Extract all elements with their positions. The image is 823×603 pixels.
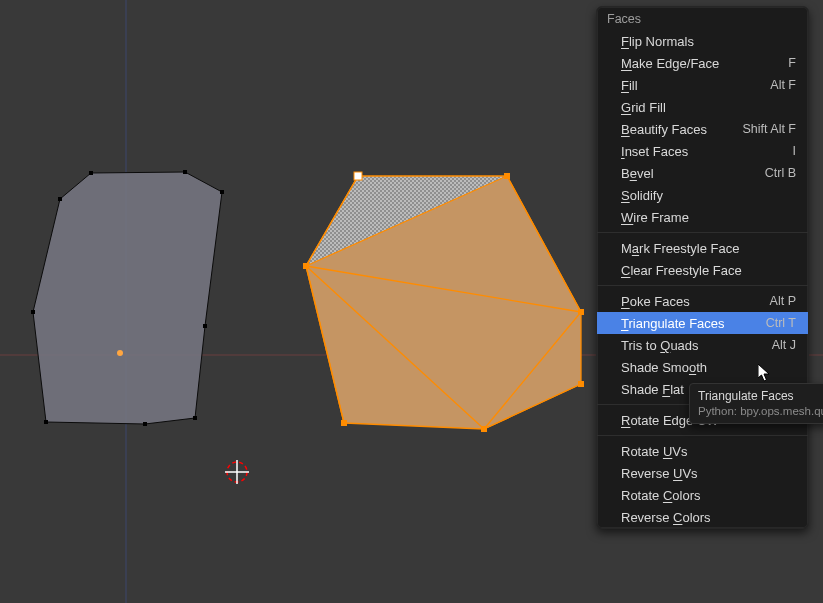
menu-item-shortcut: Alt P [760, 294, 796, 308]
menu-item-solidify[interactable]: Solidify [597, 184, 808, 206]
vertex-selected[interactable] [578, 309, 584, 315]
menu-item-rotate-colors[interactable]: Rotate Colors [597, 484, 808, 506]
menu-item-reverse-uvs[interactable]: Reverse UVs [597, 462, 808, 484]
vertex-unselected[interactable] [44, 420, 48, 424]
vertex-unselected[interactable] [58, 197, 62, 201]
vertex-selected[interactable] [303, 263, 309, 269]
vertex-unselected[interactable] [143, 422, 147, 426]
faces-context-menu[interactable]: Faces Flip NormalsMake Edge/FaceFFillAlt… [596, 6, 809, 529]
tooltip-python: Python: bpy.ops.mesh.quads_convert_to_tr… [698, 405, 820, 417]
menu-item-label: Triangulate Faces [621, 316, 756, 331]
menu-item-label: Inset Faces [621, 144, 783, 159]
menu-item-label: Bevel [621, 166, 755, 181]
menu-item-label: Grid Fill [621, 100, 786, 115]
menu-item-label: Reverse UVs [621, 466, 786, 481]
menu-separator [597, 435, 808, 436]
menu-title: Faces [597, 7, 808, 30]
menu-item-reverse-colors[interactable]: Reverse Colors [597, 506, 808, 528]
vertex-unselected[interactable] [31, 310, 35, 314]
menu-item-shortcut: Alt J [762, 338, 796, 352]
menu-item-label: Mark Freestyle Face [621, 241, 786, 256]
menu-item-shortcut: Shift Alt F [733, 122, 797, 136]
menu-item-clear-freestyle-face[interactable]: Clear Freestyle Face [597, 259, 808, 281]
menu-item-shade-smooth[interactable]: Shade Smooth [597, 356, 808, 378]
object-origin-left [117, 350, 123, 356]
menu-item-label: Flip Normals [621, 34, 786, 49]
cursor-3d [225, 460, 249, 484]
menu-separator [597, 285, 808, 286]
menu-item-poke-faces[interactable]: Poke FacesAlt P [597, 290, 808, 312]
menu-item-triangulate-faces[interactable]: Triangulate FacesCtrl T [597, 312, 808, 334]
menu-item-label: Beautify Faces [621, 122, 733, 137]
vertex-selected[interactable] [481, 426, 487, 432]
menu-item-label: Clear Freestyle Face [621, 263, 786, 278]
tooltip-title: Triangulate Faces [698, 389, 820, 403]
menu-item-label: Fill [621, 78, 760, 93]
vertex-selected[interactable] [504, 173, 510, 179]
menu-item-bevel[interactable]: BevelCtrl B [597, 162, 808, 184]
menu-item-label: Make Edge/Face [621, 56, 778, 71]
menu-item-inset-faces[interactable]: Inset FacesI [597, 140, 808, 162]
vertex-unselected[interactable] [203, 324, 207, 328]
menu-item-make-edge-face[interactable]: Make Edge/FaceF [597, 52, 808, 74]
menu-separator [597, 232, 808, 233]
menu-item-wire-frame[interactable]: Wire Frame [597, 206, 808, 228]
menu-item-label: Shade Smooth [621, 360, 786, 375]
vertex-unselected[interactable] [89, 171, 93, 175]
menu-item-label: Rotate Colors [621, 488, 786, 503]
vertex-active[interactable] [354, 172, 362, 180]
menu-item-shortcut: I [783, 144, 796, 158]
vertex-unselected[interactable] [220, 190, 224, 194]
menu-item-beautify-faces[interactable]: Beautify FacesShift Alt F [597, 118, 808, 140]
menu-item-label: Rotate UVs [621, 444, 786, 459]
menu-item-shortcut: Alt F [760, 78, 796, 92]
menu-item-shortcut: F [778, 56, 796, 70]
menu-item-rotate-uvs[interactable]: Rotate UVs [597, 440, 808, 462]
menu-item-flip-normals[interactable]: Flip Normals [597, 30, 808, 52]
vertex-unselected[interactable] [193, 416, 197, 420]
menu-item-grid-fill[interactable]: Grid Fill [597, 96, 808, 118]
vertex-unselected[interactable] [183, 170, 187, 174]
menu-item-label: Tris to Quads [621, 338, 762, 353]
menu-item-label: Poke Faces [621, 294, 760, 309]
menu-item-mark-freestyle-face[interactable]: Mark Freestyle Face [597, 237, 808, 259]
menu-item-shortcut: Ctrl T [756, 316, 796, 330]
vertex-selected[interactable] [341, 420, 347, 426]
mesh-face-unselected[interactable] [33, 172, 222, 424]
menu-item-tris-to-quads[interactable]: Tris to QuadsAlt J [597, 334, 808, 356]
menu-item-shortcut: Ctrl B [755, 166, 796, 180]
vertex-selected[interactable] [578, 381, 584, 387]
menu-item-fill[interactable]: FillAlt F [597, 74, 808, 96]
menu-item-label: Solidify [621, 188, 786, 203]
menu-item-label: Wire Frame [621, 210, 786, 225]
menu-item-label: Reverse Colors [621, 510, 786, 525]
tooltip: Triangulate Faces Python: bpy.ops.mesh.q… [689, 383, 823, 424]
